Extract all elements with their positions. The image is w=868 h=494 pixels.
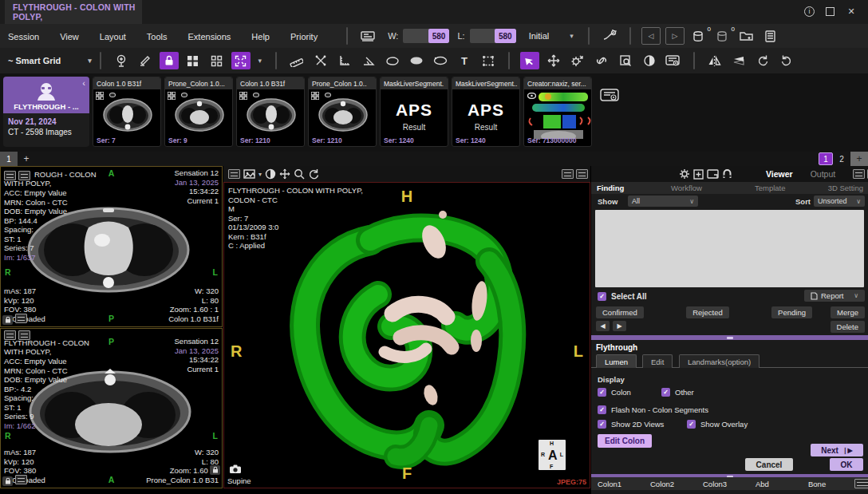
lock-icon[interactable] [2,476,13,486]
corner-ruler-icon[interactable] [335,52,354,69]
maximize-icon[interactable] [826,7,834,16]
cancel-button[interactable]: Cancel [745,458,793,471]
info-icon[interactable]: i [804,6,815,17]
menu-item[interactable]: Priority [290,32,318,41]
menu-item[interactable]: Help [251,32,270,41]
series-thumbnail[interactable]: Colon 1.0 B31f Ser: 1210 [236,77,305,147]
sort-dropdown[interactable]: Unsorted∨ [814,196,865,207]
menu-item[interactable]: Layout [100,32,126,41]
tab-viewer[interactable]: Viewer [766,169,793,179]
report-button[interactable]: Report ∨ [804,290,865,302]
ellipse-filled-icon[interactable] [407,52,426,69]
folder-icon[interactable] [737,27,756,45]
pin-add-icon[interactable] [112,52,131,69]
camera-snapshot-icon[interactable] [230,464,241,473]
colon-checkbox[interactable] [598,388,606,397]
database-export-icon[interactable]: 0 [689,27,708,45]
zoom-region-icon[interactable] [616,52,635,69]
refresh-icon[interactable] [308,168,319,180]
tab-lumen[interactable]: Lumen [596,354,637,368]
rotate-cw-icon[interactable] [753,52,772,69]
series-thumbnail[interactable]: Prone_Colon 1.0... Ser: 9 [164,77,233,147]
chevron-down-icon[interactable]: ▾ [255,52,265,69]
layout-panel-icon[interactable] [853,169,865,179]
chevron-down-icon[interactable]: ▾ [258,168,262,180]
lock-icon[interactable] [2,315,13,325]
flip-vertical-icon[interactable] [729,52,748,69]
edit-colon-button[interactable]: Edit Colon [598,434,652,448]
series-thumbnail[interactable]: Creator:naxiz, ser... Ser: 713000000 [523,77,592,147]
add-workspace-button[interactable]: + [18,152,35,166]
series-thumbnail[interactable]: MaskLiverSegment.. APS Result Ser: 1240 [452,77,520,147]
layout-preset-dropdown[interactable]: ~ Smart Grid ▾ [8,56,92,65]
review-status-button[interactable]: Confirmed [596,306,644,318]
ruler-measure-icon[interactable] [287,52,306,69]
pan-move-icon[interactable] [279,168,290,180]
page-button[interactable]: 1 [819,152,833,165]
next-finding-button[interactable]: ▶ [613,321,626,331]
show-2d-views-checkbox[interactable] [598,420,606,429]
grid-filled-icon[interactable] [183,52,203,69]
segment-tab[interactable]: Colon3 [696,480,749,488]
pan-move-icon[interactable] [544,52,563,69]
angle-measure-icon[interactable] [359,52,378,69]
lock-layout-button[interactable] [160,52,179,69]
layout-panel-icon[interactable] [854,479,868,488]
text-tool-icon[interactable]: T [455,52,474,69]
image-preset-icon[interactable] [243,168,255,180]
annotate-pencil-icon[interactable] [136,52,155,69]
tab-output[interactable]: Output [811,169,836,179]
tab-landmarks[interactable]: Landmarks(option) [679,354,760,368]
add-page-button[interactable]: + [850,152,868,166]
layout-panel-icon[interactable] [562,169,574,179]
workspace-tab-1[interactable]: 1 [0,152,18,166]
review-status-button[interactable]: Pending [771,306,812,318]
brightness-icon[interactable] [568,52,587,69]
collapse-chevron-icon[interactable]: ‹ [82,78,85,88]
pointer-tool-button[interactable] [520,52,539,69]
window-width-input[interactable]: 580 [403,29,449,43]
delete-button[interactable]: Delete [831,321,865,333]
segment-tab[interactable]: Colon2 [644,480,696,488]
marker-tools-icon[interactable] [311,52,330,69]
add-panel-icon[interactable] [693,168,704,180]
zoom-icon[interactable] [294,168,305,180]
display-settings-icon[interactable] [664,52,683,69]
ok-button[interactable]: OK [830,458,863,471]
ellipse-outline-icon[interactable] [431,52,450,69]
archive-list-icon[interactable] [761,27,780,45]
viewport-3d-colon[interactable]: FLYTHROUGH - COLON WITH POLYP,COLON - CT… [223,182,590,488]
next-step-button[interactable]: Next❘▶ [811,444,863,456]
viewport-prone-axial[interactable]: FLYTHROUGH - COLON WITH POLYP, ACC: Empt… [0,328,223,488]
menu-item[interactable]: Session [8,32,39,41]
screen-icon[interactable] [15,314,27,323]
tab-workflow[interactable]: Workflow [671,184,702,192]
next-series-button[interactable]: ▷ [665,27,685,45]
patient-card[interactable]: ‹ FLYTHROUGH - ... Nov 21, 2024 CT - 259… [3,77,89,147]
prev-series-button[interactable]: ◁ [641,27,661,45]
window-title-tab[interactable]: FLYTHROUGH - COLON WITH POLYP, [5,0,142,24]
segment-tab[interactable]: Abd [749,480,802,488]
tab-template[interactable]: Template [755,184,786,192]
freehand-roi-icon[interactable] [383,52,402,69]
preset-dropdown[interactable]: Initial ▾ [523,28,580,44]
viewport-supine-axial[interactable]: ROUGH - COLON WITH POLYP, ACC: Empty Val… [0,166,223,327]
layout-panel-icon[interactable] [228,168,240,180]
select-region-icon[interactable] [479,52,498,69]
show-overlay-checkbox[interactable] [687,420,696,429]
tab-finding[interactable]: Finding [597,184,624,192]
series-thumbnail[interactable]: MaskLiverSegment. APS Result Ser: 1240 [380,77,448,147]
menu-item[interactable]: Tools [147,32,168,41]
screen-icon[interactable] [576,169,588,179]
flip-horizontal-icon[interactable] [705,52,724,69]
prev-finding-button[interactable]: ◀ [596,321,610,331]
review-status-button[interactable]: Rejected [686,306,729,318]
segment-tab[interactable]: Bone [802,480,854,488]
rotate-ccw-icon[interactable] [777,52,796,69]
page-button[interactable]: 2 [834,152,849,165]
database-import-icon[interactable]: 0 [713,27,732,45]
merge-button[interactable]: Merge [831,306,865,318]
flash-noncolon-checkbox[interactable] [598,405,606,414]
gear-icon[interactable] [679,168,690,180]
orientation-cube[interactable]: A H F R L [539,440,566,470]
